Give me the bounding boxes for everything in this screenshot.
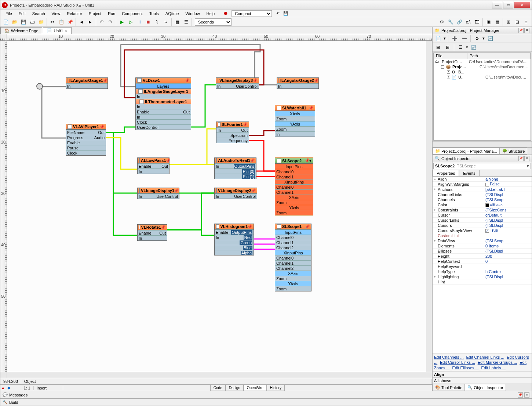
tree-item[interactable]: + 📄 U... C:\Users\mitov\Documents\RAD St… [434,75,531,80]
inspector-link[interactable]: Edit Channels ... [434,355,464,359]
openproj-icon[interactable]: 📁 [37,18,45,26]
property-row[interactable]: CursorLinks(TSLDispl [433,218,532,223]
collapse-icon[interactable]: ⊟ [444,43,452,51]
copy-icon[interactable]: 📋 [57,18,65,26]
view-form-icon[interactable]: ▦ [173,18,181,26]
pin-panel-icon[interactable]: 📌 [518,28,524,33]
tree-item[interactable]: - 📦 Proje... C:\Users\mitov\Documents\RA… [434,64,531,69]
tab-properties[interactable]: Properties [433,170,459,176]
undo-layout-icon[interactable]: ↶ [274,10,281,17]
property-row[interactable]: AlignWithMarginsFalse [433,182,532,187]
expand-icon[interactable]: + [433,188,437,191]
pin-icon[interactable]: 📌 [185,78,189,83]
inspector-link[interactable]: Edit Labels ... [481,366,506,370]
block-scope-2[interactable]: SLScope2📌▾ InputPins Channel0 Channel1 X… [275,157,313,215]
close-panel-icon[interactable]: ✕ [524,28,529,33]
inspector-link[interactable]: Edit Channel Links ... [466,355,504,359]
pin-icon[interactable]: 📌 [305,159,309,163]
expand-icon[interactable]: + [433,239,437,243]
tree-item[interactable]: + ⚙ B... [434,69,531,75]
tab-unit1[interactable]: 📄Unit1✕ [43,27,72,34]
property-grid[interactable]: »AlignalNoneAlignWithMarginsFalse+Anchor… [433,177,532,354]
expand-icon[interactable]: + [447,70,450,74]
pin-icon[interactable]: 📌 [248,224,252,229]
tool7-icon[interactable]: ▤ [493,18,501,26]
property-row[interactable]: Channels(TSLScop [433,197,532,202]
stop-run-icon[interactable]: ⏹ [144,18,152,26]
step-into-icon[interactable]: ⤷ [162,18,170,26]
collapse-icon[interactable]: - [441,65,444,69]
property-row[interactable]: ColorclBlack [433,202,532,207]
step-over-icon[interactable]: ⤵ [153,18,161,26]
save-icon[interactable]: 💾 [19,18,28,26]
property-value[interactable]: (TSLDispl [485,249,532,253]
dropdown-icon[interactable]: ▾ [482,36,485,41]
block-audio-to-real[interactable]: ALAudioToReal1📌 InOutputPins Pin [0] Pin… [214,157,256,179]
tab-tool-palette[interactable]: 🎨Tool Palette [433,384,465,391]
terminal-icon[interactable]: c:\ [464,18,472,26]
pin-icon[interactable]: 📌 [103,78,108,83]
time-unit-combo[interactable]: Seconds [195,18,232,26]
pin-icon[interactable]: 📌 [251,188,256,193]
close-tab-icon[interactable]: ✕ [65,29,68,33]
dropdown-icon[interactable]: ▾ [444,36,446,41]
nav-back-icon[interactable]: ◄ [77,18,85,26]
menu-view[interactable]: View [49,11,63,17]
messages-panel-header[interactable]: 💬 Messages 📌 ✕ [0,391,532,398]
pin-icon[interactable]: 📌 [250,158,255,163]
block-image-display-2[interactable]: VLImageDisplay2📌 InUserControl [214,188,257,199]
property-value[interactable]: 0 Items [485,244,532,248]
pin-icon[interactable]: 📌 [314,78,318,83]
build-tab[interactable]: 🔨 Build [0,398,532,406]
pin-icon[interactable]: 📌 [174,188,179,193]
menu-window[interactable]: Window [182,11,203,17]
object-selector[interactable]: SLScope2 TSLScope ▾ [433,163,531,169]
dropdown-icon[interactable]: ▾ [466,45,468,50]
property-value[interactable]: [akLeft,akT [485,187,532,192]
marker-icon[interactable]: ◆ [6,385,12,390]
view-unit-icon[interactable]: ☰ [182,18,190,26]
property-row[interactable]: CursorsStayInView✓True [433,228,532,233]
paste-icon[interactable]: 📌 [66,18,74,26]
remove-icon[interactable]: ➖ [460,35,468,43]
run-no-debug-icon[interactable]: ▷ [127,18,135,26]
expand-icon[interactable]: » [433,177,437,181]
scrollbar-vertical[interactable] [426,41,432,372]
tool2-icon[interactable]: 🔧 [447,18,455,26]
opts-icon[interactable]: ⚙ [473,35,481,43]
pin-panel-icon[interactable]: 📌 [518,156,524,161]
property-row[interactable]: HelpContext0 [433,259,532,264]
property-row[interactable]: +Anchors[akLeft,akT [433,187,532,192]
property-value[interactable]: (TSLDispl [485,192,532,197]
tab-project-manager[interactable]: 📁Project1.dproj - Project Mana... [433,148,500,155]
scrollbar-horizontal[interactable] [433,141,532,147]
menu-project[interactable]: Project [86,11,104,17]
pause-icon[interactable]: ⏸ [135,18,143,26]
property-value[interactable]: (TSLScop [485,197,532,202]
pin-icon[interactable]: 📌 [166,158,170,163]
inspector-link[interactable]: Edit Ellipses ... [452,366,479,370]
pin-panel-icon[interactable]: 📌 [518,392,523,398]
close-panel-icon[interactable]: ✕ [524,392,529,398]
design-canvas[interactable]: ILAngularGauge1📌 In VLAVIPlayer1📌 FileNa… [7,41,426,372]
tool5-icon[interactable]: 🗔 [473,18,481,26]
block-angular-gauge-1[interactable]: ILAngularGauge1📌 In [66,77,108,89]
expand-icon[interactable]: + [447,76,450,79]
add-icon[interactable]: ➕ [451,35,459,43]
cut-icon[interactable]: ✂ [48,18,57,26]
block-image-display-3[interactable]: VLImageDisplay3📌 InUserControl [216,77,259,89]
menu-edit[interactable]: Edit [16,11,29,17]
saveall-icon[interactable]: 🗃 [28,18,36,26]
property-row[interactable]: »AlignalNone [433,177,532,182]
property-value[interactable]: 280 [485,254,532,258]
property-value[interactable]: (TSLDispl [485,218,532,222]
tab-events[interactable]: Events [459,170,480,176]
tree-item[interactable]: 🗂 ProjectGr... C:\Users\mitov\Documents\… [434,59,531,64]
block-image-display-1[interactable]: VLImageDisplay1📌 InUserControl [137,188,179,199]
tab-code[interactable]: Code [210,385,226,391]
pin-icon[interactable]: 📌 [305,224,310,229]
property-value[interactable]: crDefault [485,213,532,217]
property-row[interactable]: +Highlighting(TSLDispl [433,274,532,279]
property-row[interactable]: Elements0 Items [433,243,532,249]
grid-icon[interactable]: ⊞ [504,18,513,26]
